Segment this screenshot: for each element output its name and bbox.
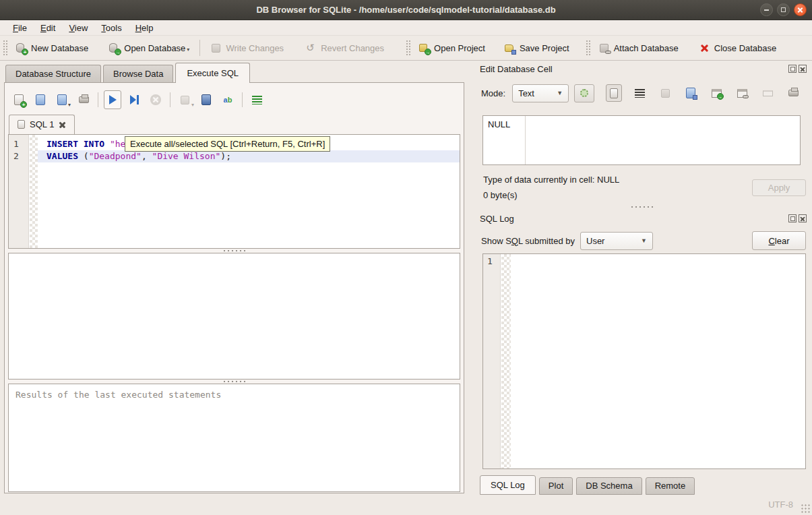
- clear-button[interactable]: Clear: [752, 231, 806, 250]
- close-dock-icon[interactable]: [799, 65, 807, 73]
- close-database-button[interactable]: Close Database: [693, 40, 782, 57]
- toolbar-grip[interactable]: [406, 40, 410, 56]
- chevron-down-icon: ▼: [641, 237, 647, 244]
- sql-file-icon: [18, 120, 25, 129]
- float-dock-icon[interactable]: [788, 65, 797, 73]
- print-icon[interactable]: [75, 90, 92, 109]
- close-database-icon: [699, 42, 710, 54]
- execute-tooltip: Execute all/selected SQL [Ctrl+Return, F…: [125, 136, 330, 152]
- attach-database-icon: [598, 42, 610, 54]
- tab-database-structure[interactable]: Database Structure: [5, 65, 101, 83]
- window-title: DB Browser for SQLite - /home/user/code/…: [256, 5, 555, 15]
- left-pane: Database Structure Browse Data Execute S…: [0, 61, 472, 495]
- close-dock-icon[interactable]: [799, 214, 807, 222]
- print-icon[interactable]: [785, 84, 801, 102]
- text-mode-icon[interactable]: [606, 84, 622, 102]
- results-pane[interactable]: Results of the last executed statements: [8, 384, 460, 492]
- tab-plot[interactable]: Plot: [539, 477, 573, 495]
- format-sql-icon[interactable]: [248, 90, 266, 109]
- bottom-tab-bar: SQL Log Plot DB Schema Remote: [480, 477, 698, 495]
- attach-database-button[interactable]: Attach Database: [593, 40, 684, 57]
- main-tab-bar: Database Structure Browse Data Execute S…: [5, 64, 252, 83]
- toolbar-grip[interactable]: [586, 40, 590, 56]
- menu-view[interactable]: View: [63, 22, 94, 34]
- main-toolbar: New Database Open Database ▾ Write Chang…: [0, 36, 812, 61]
- menu-edit[interactable]: Edit: [34, 22, 61, 34]
- close-sql-tab-icon[interactable]: [59, 121, 66, 128]
- toolbar-grip[interactable]: [3, 40, 7, 56]
- log-line-number: 1: [487, 256, 493, 266]
- write-changes-icon: [210, 42, 222, 54]
- tab-sql-log[interactable]: SQL Log: [480, 475, 536, 495]
- splitter-handle[interactable]: [472, 204, 812, 210]
- line-number-gutter: [483, 254, 501, 468]
- menu-help[interactable]: Help: [129, 22, 160, 34]
- mode-select[interactable]: Text ▼: [512, 84, 569, 102]
- tab-remote[interactable]: Remote: [646, 477, 695, 495]
- tab-db-schema[interactable]: DB Schema: [576, 477, 642, 495]
- sql-log-dock-header: SQL Log: [480, 212, 807, 224]
- write-changes-button: Write Changes: [205, 40, 289, 57]
- auto-apply-button[interactable]: [574, 84, 594, 102]
- execute-sql-panel: ▾ ▾ ab SQL 1: [4, 82, 464, 493]
- new-database-icon: [15, 42, 27, 54]
- sql-toolbar: ▾ ▾ ab: [10, 88, 266, 111]
- open-project-button[interactable]: Open Project: [413, 40, 491, 57]
- cell-value: NULL: [488, 119, 510, 129]
- open-database-icon: [108, 42, 120, 54]
- tab-execute-sql[interactable]: Execute SQL: [175, 63, 250, 83]
- open-database-dropdown-icon[interactable]: ▾: [187, 47, 189, 53]
- export-data-icon[interactable]: [683, 84, 699, 102]
- open-project-icon: [418, 42, 430, 54]
- cell-toolbar: [606, 84, 801, 102]
- stop-icon: [147, 90, 164, 109]
- resize-grip[interactable]: [801, 504, 810, 513]
- new-sql-tab-icon[interactable]: [10, 90, 28, 109]
- find-replace-icon[interactable]: [197, 90, 215, 109]
- open-database-button[interactable]: Open Database ▾: [103, 40, 195, 57]
- app-window: DB Browser for SQLite - /home/user/code/…: [0, 0, 812, 515]
- new-database-button[interactable]: New Database: [10, 40, 94, 57]
- autocomplete-icon[interactable]: ab: [219, 90, 237, 109]
- mode-label: Mode:: [481, 88, 505, 98]
- code-line-2: 2 VALUES ("Deadpond", "Dive Wilson");: [9, 150, 460, 162]
- sql-log-title: SQL Log: [480, 214, 786, 224]
- title-bar: DB Browser for SQLite - /home/user/code/…: [0, 0, 812, 20]
- save-sql-file-icon[interactable]: ▾: [53, 90, 71, 109]
- encoding-indicator: UTF-8: [768, 499, 793, 510]
- minimize-icon[interactable]: [760, 3, 773, 16]
- revert-changes-icon: [305, 42, 317, 54]
- float-dock-icon[interactable]: [788, 214, 797, 222]
- menu-tools[interactable]: Tools: [95, 22, 127, 34]
- fold-margin: [501, 254, 511, 468]
- execute-current-line-icon[interactable]: [125, 90, 143, 109]
- edit-cell-dock-header: Edit Database Cell: [480, 63, 807, 75]
- word-wrap-icon[interactable]: [631, 84, 648, 102]
- save-results-icon: ▾: [176, 90, 193, 109]
- right-pane: Edit Database Cell Mode: Text ▼ NULL: [472, 61, 812, 495]
- save-project-button[interactable]: Save Project: [499, 40, 575, 57]
- edit-cell-title: Edit Database Cell: [480, 64, 786, 74]
- filter-label: Show SQL submitted by: [481, 236, 575, 246]
- maximize-icon[interactable]: [777, 3, 790, 16]
- results-placeholder: Results of the last executed statements: [9, 384, 460, 405]
- menu-file[interactable]: File: [7, 22, 33, 34]
- open-external-icon[interactable]: [708, 84, 724, 102]
- revert-changes-button: Revert Changes: [300, 40, 389, 57]
- sql-document-tab[interactable]: SQL 1: [9, 115, 75, 134]
- cell-type-info: Type of data currently in cell: NULL: [483, 175, 619, 185]
- status-bar: UTF-8: [0, 495, 812, 515]
- close-icon[interactable]: [794, 3, 807, 16]
- apply-button: Apply: [752, 179, 806, 196]
- tab-browse-data[interactable]: Browse Data: [103, 65, 173, 83]
- sql-tab-bar: SQL 1: [9, 114, 75, 134]
- open-sql-file-icon[interactable]: [32, 90, 49, 109]
- submitted-by-select[interactable]: User ▼: [580, 232, 653, 250]
- cell-editor[interactable]: NULL: [482, 115, 801, 165]
- chevron-down-icon: ▼: [557, 90, 563, 96]
- copy-link-icon[interactable]: [734, 84, 750, 102]
- execute-all-icon[interactable]: [104, 90, 121, 109]
- cell-size-info: 0 byte(s): [483, 190, 518, 200]
- query-output-pane[interactable]: [8, 253, 460, 380]
- sql-log-view[interactable]: 1: [482, 253, 806, 469]
